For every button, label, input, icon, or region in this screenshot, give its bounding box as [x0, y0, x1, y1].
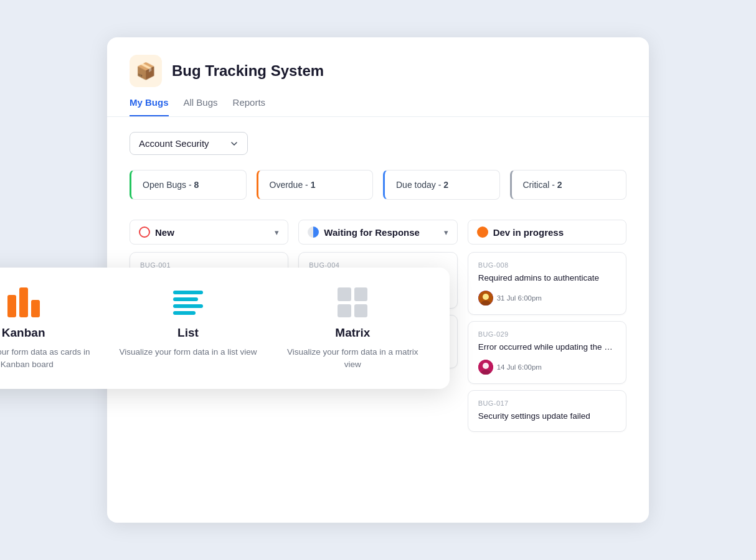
- bug-card-008: BUG-008 Required admins to authenticate: [468, 252, 626, 315]
- tab-all-bugs[interactable]: All Bugs: [184, 97, 218, 116]
- status-icon-waiting: [308, 226, 319, 238]
- header: 📦 Bug Tracking System My Bugs All Bugs R…: [107, 37, 649, 117]
- chevron-down-icon: ▾: [275, 228, 279, 237]
- view-option-kanban[interactable]: Kanban Visualize your form data as cards…: [0, 287, 105, 371]
- matrix-icon: [338, 287, 367, 317]
- view-option-matrix[interactable]: Matrix Visualize your form data in a mat…: [270, 287, 435, 371]
- user-avatar-img2: [478, 360, 493, 375]
- user-avatar-img: [478, 291, 493, 306]
- tabs: My Bugs All Bugs Reports: [130, 97, 626, 116]
- status-icon-dev: [477, 226, 488, 238]
- chevron-down-icon: ▾: [444, 228, 448, 237]
- stat-critical: Critical - 2: [510, 170, 627, 200]
- tab-my-bugs[interactable]: My Bugs: [130, 97, 169, 116]
- svg-point-1: [483, 294, 489, 300]
- chevron-down-icon: [230, 139, 239, 148]
- main-card: 📦 Bug Tracking System My Bugs All Bugs R…: [107, 37, 649, 523]
- list-icon: [173, 287, 203, 317]
- stat-due-today: Due today - 2: [383, 170, 500, 200]
- list-view-label: List: [177, 326, 199, 340]
- matrix-view-label: Matrix: [335, 326, 370, 340]
- stats-row: Open Bugs - 8 Overdue - 1 Due today - 2 …: [130, 170, 626, 200]
- avatar-user: [478, 291, 493, 306]
- bug-card-017: BUG-017 Security settings update failed: [468, 390, 626, 432]
- list-view-desc: Visualize your form data in a list view: [119, 346, 257, 358]
- kanban-view-label: Kanban: [2, 326, 45, 340]
- col-header-new[interactable]: New ▾: [130, 220, 288, 245]
- header-top: 📦 Bug Tracking System: [130, 55, 626, 87]
- kanban-view-desc: Visualize your form data as cards in a K…: [0, 346, 93, 371]
- svg-point-4: [483, 363, 489, 369]
- column-dev: Dev in progress BUG-008 Required admins …: [468, 220, 626, 438]
- stat-overdue: Overdue - 1: [257, 170, 374, 200]
- matrix-view-desc: Visualize your form data in a matrix vie…: [283, 346, 422, 371]
- kanban-icon: [7, 287, 40, 317]
- app-icon: 📦: [130, 55, 162, 87]
- filter-dropdown[interactable]: Account Security: [130, 132, 248, 155]
- bug-card-029: BUG-029 Error occurred while updating th…: [468, 321, 626, 384]
- tab-reports[interactable]: Reports: [233, 97, 266, 116]
- bug-footer-029: 14 Jul 6:00pm: [478, 360, 616, 375]
- status-icon-new: [139, 226, 150, 238]
- view-selector-popup: Kanban Visualize your form data as cards…: [0, 268, 450, 389]
- avatar-user2: [478, 360, 493, 375]
- app-title: Bug Tracking System: [172, 62, 324, 80]
- col-header-dev[interactable]: Dev in progress: [468, 220, 626, 245]
- bug-footer-008: 31 Jul 6:00pm: [478, 291, 616, 306]
- stat-open-bugs: Open Bugs - 8: [130, 170, 247, 200]
- view-option-list[interactable]: List Visualize your form data in a list …: [105, 287, 270, 371]
- col-header-waiting[interactable]: Waiting for Response ▾: [298, 220, 457, 245]
